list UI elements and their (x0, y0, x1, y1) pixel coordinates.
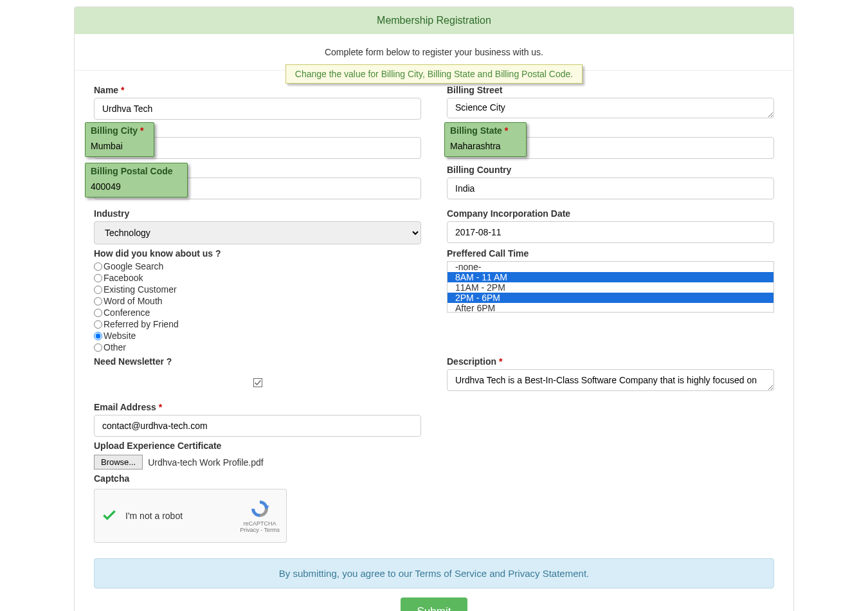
call-time-option[interactable]: 2PM - 6PM (448, 293, 773, 303)
alert-message: Change the value for Billing City, Billi… (285, 64, 583, 84)
call-time-listbox[interactable]: -none-8AM - 11 AM11AM - 2PM2PM - 6PMAfte… (447, 261, 774, 313)
billing-state-highlight: Billing State * (444, 122, 527, 157)
incorp-date-label: Company Incorporation Date (447, 208, 570, 219)
panel-header: Membership Registration (75, 7, 793, 34)
email-label: Email Address * (94, 402, 162, 412)
newsletter-label: Need Newsletter ? (94, 356, 172, 367)
call-time-label: Preffered Call Time (447, 248, 529, 259)
billing-state-input[interactable] (450, 138, 521, 156)
recaptcha-logo: reCAPTCHA Privacy - Terms (240, 498, 280, 533)
uploaded-filename: Urdhva-tech Work Profile.pdf (148, 457, 263, 468)
form-panel: Membership Registration Complete form be… (74, 6, 794, 611)
submit-button[interactable]: Submit (401, 597, 468, 611)
billing-city-highlight: Billing City * (85, 122, 154, 157)
description-input[interactable]: Urdhva Tech is a Best-In-Class Software … (447, 369, 774, 391)
checkmark-icon (101, 507, 118, 525)
newsletter-checkbox[interactable] (253, 379, 262, 389)
consent-notice: By submitting, you agree to our Terms of… (94, 558, 774, 588)
lead-source-option[interactable]: Other (94, 342, 421, 352)
billing-street-label: Billing Street (447, 85, 502, 95)
call-time-option[interactable]: 11AM - 2PM (448, 282, 773, 293)
svg-rect-0 (253, 378, 262, 387)
description-label: Description * (447, 356, 502, 367)
billing-postal-input[interactable] (91, 179, 182, 197)
captcha-label: Captcha (94, 473, 129, 484)
lead-source-label: How did you know about us ? (94, 248, 221, 259)
billing-state-label: Billing State * (450, 125, 508, 136)
captcha-widget[interactable]: I'm not a robot reCAPTCHA Privacy - Term… (94, 489, 287, 543)
name-input[interactable] (94, 98, 421, 120)
billing-city-input[interactable] (91, 138, 142, 156)
upload-label: Upload Experience Certificate (94, 441, 221, 451)
industry-select[interactable]: Technology (94, 221, 421, 244)
name-label: Name * (94, 85, 124, 95)
billing-city-label: Billing City * (91, 125, 143, 136)
industry-label: Industry (94, 208, 129, 219)
browse-button[interactable]: Browse... (94, 455, 143, 470)
billing-street-input[interactable]: Science City (447, 98, 774, 118)
lead-source-option[interactable]: Facebook (94, 273, 421, 283)
billing-postal-label: Billing Postal Code (91, 166, 173, 176)
captcha-text: I'm not a robot (125, 511, 240, 521)
lead-source-option[interactable]: Google Search (94, 261, 421, 271)
email-input[interactable] (94, 415, 421, 437)
billing-postal-highlight: Billing Postal Code (85, 163, 188, 197)
lead-source-option[interactable]: Word of Mouth (94, 296, 421, 306)
lead-source-option[interactable]: Existing Customer (94, 284, 421, 295)
billing-country-label: Billing Country (447, 165, 511, 175)
lead-source-option[interactable]: Website (94, 331, 421, 341)
lead-source-option[interactable]: Referred by Friend (94, 319, 421, 329)
billing-country-input[interactable] (447, 178, 774, 199)
call-time-option[interactable]: 8AM - 11 AM (448, 272, 773, 282)
incorp-date-input[interactable] (447, 221, 774, 243)
call-time-option[interactable]: After 6PM (448, 303, 773, 313)
call-time-option[interactable]: -none- (448, 262, 773, 272)
lead-source-option[interactable]: Conference (94, 307, 421, 318)
